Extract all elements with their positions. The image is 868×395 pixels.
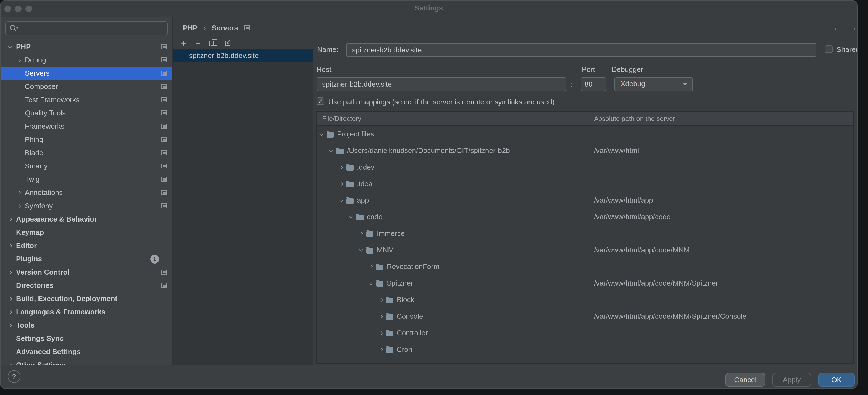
sidebar-item-editor[interactable]: Editor (1, 239, 173, 252)
remove-server-button[interactable]: − (192, 38, 203, 49)
sidebar-item-build-execution-deployment[interactable]: Build, Execution, Deployment (1, 292, 173, 305)
tree-row-block[interactable]: Block (317, 292, 853, 308)
chevron-right-icon[interactable] (379, 331, 383, 335)
sidebar-item-keymap[interactable]: Keymap (1, 226, 173, 239)
folder-icon (346, 182, 353, 187)
tree-row-app[interactable]: app/var/www/html/app (317, 192, 853, 209)
chevron-down-icon[interactable] (329, 148, 333, 152)
sidebar-item-debug[interactable]: Debug (1, 54, 173, 67)
sidebar-item-phing[interactable]: Phing (1, 133, 173, 146)
absolute-path-value[interactable]: /var/www/html/app/code (594, 213, 671, 221)
sidebar-item-settings-sync[interactable]: Settings Sync (1, 332, 173, 345)
absolute-path-value[interactable]: /var/www/html/app/code/MNM/Spitzner (594, 279, 718, 287)
column-divider[interactable] (590, 112, 590, 125)
search-input[interactable] (5, 21, 168, 35)
chevron-right-icon[interactable] (17, 191, 21, 195)
back-arrow-icon[interactable]: ← (833, 23, 841, 33)
chevron-right-icon[interactable] (379, 348, 383, 352)
sidebar-item-tools[interactable]: Tools (1, 319, 173, 332)
breadcrumb: PHP › Servers (183, 24, 250, 32)
search-icon (9, 24, 18, 33)
tree-row-label: Block (397, 296, 414, 304)
port-input[interactable] (581, 77, 606, 91)
server-list-item[interactable]: spitzner-b2b.ddev.site (174, 50, 313, 62)
sidebar-item-frameworks[interactable]: Frameworks (1, 120, 173, 133)
cancel-button[interactable]: Cancel (725, 373, 765, 387)
chevron-right-icon[interactable] (8, 270, 12, 274)
chevron-right-icon[interactable] (369, 265, 373, 269)
sidebar-item-annotations[interactable]: Annotations (1, 186, 173, 200)
chevron-right-icon[interactable] (8, 310, 12, 314)
tree-row-code[interactable]: code/var/www/html/app/code (317, 209, 853, 225)
add-server-button[interactable]: + (178, 38, 189, 49)
chevron-down-icon[interactable] (8, 44, 12, 48)
tree-row-immerce[interactable]: Immerce (317, 225, 853, 242)
tree-row-cron[interactable]: Cron (317, 341, 853, 358)
apply-button[interactable]: Apply (772, 373, 811, 387)
chevron-down-icon[interactable] (359, 248, 363, 252)
sidebar-item-version-control[interactable]: Version Control (1, 266, 173, 279)
import-server-button[interactable] (222, 38, 233, 49)
debugger-selected-value: Xdebug (620, 80, 645, 88)
chevron-right-icon[interactable] (8, 244, 12, 248)
chevron-down-icon[interactable] (339, 198, 343, 202)
absolute-path-value[interactable]: /var/www/html (594, 146, 639, 155)
tree-row-console[interactable]: Console/var/www/html/app/code/MNM/Spitzn… (317, 308, 853, 325)
sidebar-item-quality-tools[interactable]: Quality Tools (1, 107, 173, 120)
shared-checkbox[interactable] (825, 45, 833, 53)
use-path-mappings-checkbox[interactable]: ✓ (317, 97, 324, 105)
tree-row-label: Console (397, 312, 423, 321)
sidebar-item-smarty[interactable]: Smarty (1, 160, 173, 173)
sidebar-item-php[interactable]: PHP (1, 40, 173, 54)
tree-row-mnm[interactable]: MNM/var/www/html/app/code/MNM (317, 242, 853, 259)
chevron-right-icon[interactable] (17, 204, 21, 208)
sidebar-item-blade[interactable]: Blade (1, 146, 173, 160)
ok-button[interactable]: OK (818, 373, 855, 387)
sidebar-item-twig[interactable]: Twig (1, 173, 173, 186)
copy-server-button[interactable] (207, 38, 218, 49)
absolute-path-value[interactable]: /var/www/html/app/code/MNM (594, 246, 690, 254)
chevron-right-icon[interactable] (8, 297, 12, 301)
debugger-select[interactable]: Xdebug (614, 77, 693, 91)
forward-arrow-icon[interactable]: → (848, 23, 857, 33)
tree-row-label: MNM (377, 246, 394, 254)
check-icon: ✓ (318, 98, 323, 104)
sidebar-item-label: Twig (25, 175, 39, 183)
sidebar-item-languages-frameworks[interactable]: Languages & Frameworks (1, 305, 173, 319)
chevron-right-icon[interactable] (339, 165, 343, 169)
chevron-right-icon[interactable] (339, 182, 343, 186)
chevron-right-icon[interactable] (379, 298, 383, 302)
help-button[interactable]: ? (8, 370, 21, 383)
chevron-right-icon[interactable] (379, 315, 383, 318)
sidebar-item-plugins[interactable]: Plugins1 (1, 252, 173, 266)
chevron-right-icon[interactable] (359, 232, 363, 236)
chevron-right-icon[interactable] (8, 217, 12, 221)
host-input[interactable] (317, 77, 566, 91)
chevron-right-icon[interactable] (17, 58, 21, 62)
chevron-down-icon[interactable] (349, 215, 353, 218)
sidebar-item-advanced-settings[interactable]: Advanced Settings (1, 345, 173, 359)
chevron-down-icon[interactable] (319, 132, 323, 135)
tree-row-project-files[interactable]: Project files (317, 126, 853, 143)
chevron-down-icon[interactable] (369, 281, 373, 285)
sidebar-item-servers[interactable]: Servers (1, 67, 173, 80)
sidebar-item-directories[interactable]: Directories (1, 279, 173, 292)
sidebar-item-appearance-behavior[interactable]: Appearance & Behavior (1, 213, 173, 226)
tree-row-spitzner[interactable]: Spitzner/var/www/html/app/code/MNM/Spitz… (317, 275, 853, 292)
tree-row-helper[interactable]: Helper (317, 358, 853, 364)
absolute-path-value[interactable]: /var/www/html/app/code/MNM/Spitzner/Cons… (594, 312, 746, 321)
chevron-right-icon[interactable] (8, 324, 12, 327)
tree-row-ddev[interactable]: .ddev (317, 159, 853, 176)
name-input[interactable] (346, 43, 816, 57)
tree-row-idea[interactable]: .idea (317, 176, 853, 192)
tree-row-revocationform[interactable]: RevocationForm (317, 259, 853, 275)
tree-row-label: Project files (337, 130, 374, 138)
tree-row-users-danielknudsen-documents-git-spitzner-b2b[interactable]: /Users/danielknudsen/Documents/GIT/spitz… (317, 143, 853, 159)
absolute-path-value[interactable]: /var/www/html/app (594, 196, 653, 204)
sidebar-item-other-settings[interactable]: Other Settings (1, 359, 173, 365)
tree-row-controller[interactable]: Controller (317, 325, 853, 341)
breadcrumb-php[interactable]: PHP (183, 24, 197, 32)
sidebar-item-composer[interactable]: Composer (1, 80, 173, 93)
sidebar-item-test-frameworks[interactable]: Test Frameworks (1, 93, 173, 107)
sidebar-item-symfony[interactable]: Symfony (1, 200, 173, 213)
